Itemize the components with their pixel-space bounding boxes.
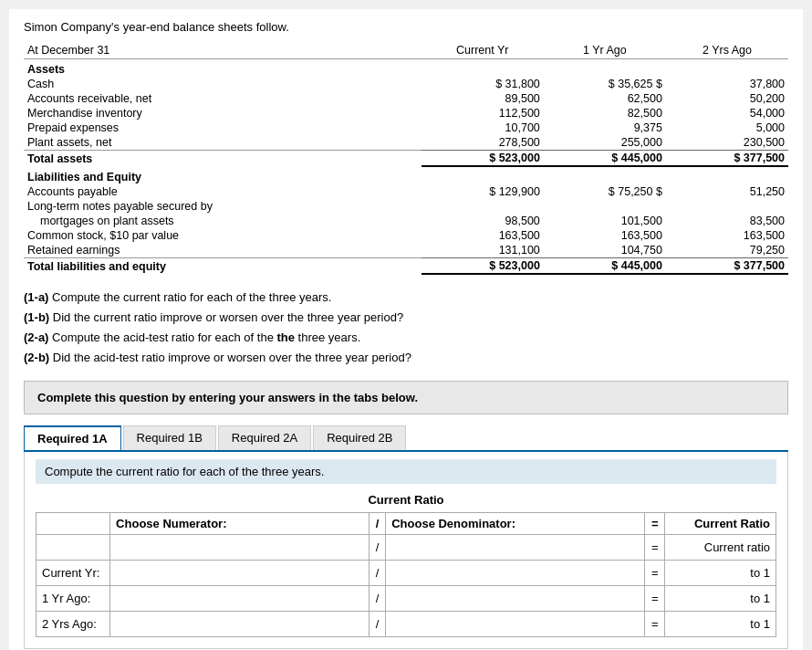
table-row: Long-term notes payable secured by <box>24 199 788 214</box>
question-1a: (1-a) Compute the current ratio for each… <box>24 288 788 308</box>
table-row: Prepaid expenses 10,700 9,375 5,000 <box>24 121 788 135</box>
denominator-2yr[interactable] <box>386 612 645 637</box>
tab-required-1a[interactable]: Required 1A <box>24 425 121 450</box>
ratio-1yr-row: 1 Yr Ago: / = to 1 <box>36 586 776 612</box>
col-equals-header: = <box>645 513 665 535</box>
denominator-current-yr[interactable] <box>386 561 645 586</box>
tab-required-1b[interactable]: Required 1B <box>123 425 216 450</box>
col-row-label <box>36 513 110 535</box>
complete-instruction: Complete this question by entering your … <box>24 381 788 414</box>
result-header: Current ratio <box>665 535 776 561</box>
numerator-input-header[interactable] <box>110 535 370 561</box>
numerator-input-header-field[interactable] <box>116 539 363 556</box>
col-denominator-header: Choose Denominator: <box>386 513 645 535</box>
row-label: Merchandise inventory <box>24 106 422 121</box>
bs-header-2yr: 2 Yrs Ago <box>666 43 788 59</box>
table-row: Accounts payable $ 129,900 $ 75,250 $ 51… <box>24 184 788 199</box>
bs-header-label: At December 31 <box>24 43 422 59</box>
row-label: Plant assets, net <box>24 135 422 151</box>
row-label-1yr: 1 Yr Ago: <box>36 586 110 612</box>
table-row: Common stock, $10 par value 163,500 163,… <box>24 228 788 243</box>
result-current-yr: to 1 <box>665 561 776 586</box>
row-label: Prepaid expenses <box>24 121 422 135</box>
questions-section: (1-a) Compute the current ratio for each… <box>24 288 788 368</box>
ratio-header-result-row: / = Current ratio <box>36 535 776 561</box>
result-2yr: to 1 <box>665 612 776 637</box>
denominator-input-header[interactable] <box>386 535 645 561</box>
tab-required-2b[interactable]: Required 2B <box>313 425 406 450</box>
row-label-2yr: 2 Yrs Ago: <box>36 612 110 637</box>
col-slash-header: / <box>369 513 385 535</box>
table-row: Plant assets, net 278,500 255,000 230,50… <box>24 135 788 151</box>
numerator-2yr[interactable] <box>110 612 370 637</box>
numerator-current-yr[interactable] <box>110 561 370 586</box>
tab-content-required-1a: Compute the current ratio for each of th… <box>24 452 788 649</box>
row-label: Cash <box>24 77 422 91</box>
ratio-section-title: Current Ratio <box>36 493 776 507</box>
tabs-row: Required 1A Required 1B Required 2A Requ… <box>24 425 788 452</box>
result-1yr: to 1 <box>665 586 776 612</box>
denominator-2yr-field[interactable] <box>391 615 639 633</box>
row-label: Accounts receivable, net <box>24 91 422 106</box>
balance-sheet-table: At December 31 Current Yr 1 Yr Ago 2 Yrs… <box>24 43 788 275</box>
row-2yr: 37,800 <box>666 77 788 91</box>
equals-header: = <box>645 535 665 561</box>
current-ratio-table: Choose Numerator: / Choose Denominator: … <box>36 512 776 637</box>
question-2b: (2-b) Did the acid-test ratio improve or… <box>24 348 788 368</box>
col-result-header: Current Ratio <box>665 513 776 535</box>
table-row: Merchandise inventory 112,500 82,500 54,… <box>24 106 788 121</box>
bs-header-current: Current Yr <box>422 43 544 59</box>
table-row: Cash $ 31,800 $ 35,625 $ 37,800 <box>24 77 788 91</box>
numerator-1yr-field[interactable] <box>116 590 363 607</box>
col-numerator-header: Choose Numerator: <box>110 513 370 535</box>
question-1b: (1-b) Did the current ratio improve or w… <box>24 308 788 328</box>
numerator-1yr[interactable] <box>110 586 370 612</box>
tab-required-2a[interactable]: Required 2A <box>218 425 311 450</box>
table-row: Accounts receivable, net 89,500 62,500 5… <box>24 91 788 106</box>
intro-text: Simon Company's year-end balance sheets … <box>24 20 788 34</box>
bs-header-1yr: 1 Yr Ago <box>544 43 666 59</box>
tab-description: Compute the current ratio for each of th… <box>36 459 776 484</box>
table-row: mortgages on plant assets 98,500 101,500… <box>24 214 788 228</box>
row-1yr: $ 35,625 $ <box>544 77 666 91</box>
question-2a: (2-a) Compute the acid-test ratio for ea… <box>24 328 788 348</box>
ratio-current-yr-row: Current Yr: / = to 1 <box>36 561 776 586</box>
denominator-current-yr-field[interactable] <box>391 564 639 582</box>
numerator-current-yr-field[interactable] <box>116 564 363 582</box>
numerator-2yr-field[interactable] <box>116 615 363 633</box>
row-current: $ 31,800 <box>422 77 544 91</box>
total-liabilities-row: Total liabilities and equity $ 523,000 $… <box>24 258 788 275</box>
total-assets-row: Total assets $ 523,000 $ 445,000 $ 377,5… <box>24 151 788 167</box>
ratio-table-header-row: Choose Numerator: / Choose Denominator: … <box>36 513 776 535</box>
assets-header: Assets <box>24 59 788 78</box>
slash-cell-header: / <box>369 535 385 561</box>
row-label-current-yr: Current Yr: <box>36 561 110 586</box>
denominator-1yr[interactable] <box>386 586 645 612</box>
denominator-input-header-field[interactable] <box>391 539 639 556</box>
denominator-1yr-field[interactable] <box>391 590 639 607</box>
table-row: Retained earnings 131,100 104,750 79,250 <box>24 243 788 258</box>
tabs-container: Required 1A Required 1B Required 2A Requ… <box>24 425 788 649</box>
ratio-2yr-row: 2 Yrs Ago: / = to 1 <box>36 612 776 637</box>
liabilities-header: Liabilities and Equity <box>24 166 788 184</box>
